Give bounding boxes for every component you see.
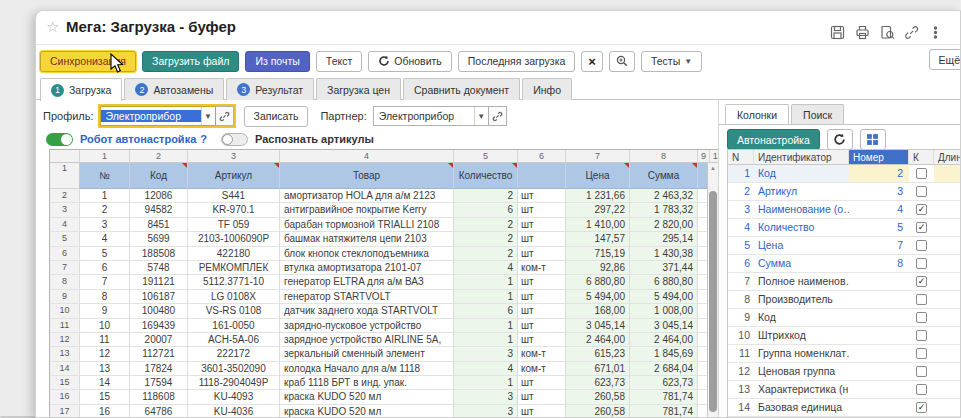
grid-row-number[interactable]: 9 bbox=[50, 290, 80, 304]
grid-cell[interactable]: 118608 bbox=[130, 390, 188, 404]
grid-cell[interactable]: 5112.3771-10 bbox=[188, 275, 280, 289]
grid-cell[interactable]: 3 bbox=[80, 218, 130, 232]
grid-row[interactable]: 5456992103-1006090Рбашмак натяжителя цеп… bbox=[50, 232, 718, 246]
grid-cell[interactable]: 169439 bbox=[130, 319, 188, 333]
grid-cell[interactable]: TF 059 bbox=[188, 218, 280, 232]
grid-cell[interactable]: 371,44 bbox=[630, 261, 698, 275]
grid-cell[interactable]: 1 bbox=[454, 376, 518, 390]
grid-cell[interactable]: шт bbox=[518, 247, 566, 261]
panel-cell-length[interactable] bbox=[934, 183, 961, 201]
grid-cell[interactable]: 161-0050 bbox=[188, 319, 280, 333]
grid-vertical-scrollbar[interactable]: ▲ bbox=[707, 163, 718, 418]
grid-row-number[interactable]: 16 bbox=[50, 390, 80, 404]
grid-row[interactable]: 765748РЕМКОМПЛЕКвтулка амортизатора 2101… bbox=[50, 261, 718, 275]
grid-cell[interactable]: 1 bbox=[454, 333, 518, 347]
grid-col-number[interactable]: 3 bbox=[188, 150, 280, 163]
grid-cell[interactable]: 2 bbox=[454, 247, 518, 261]
grid-col-number[interactable]: 9 bbox=[698, 150, 710, 163]
grid-cell[interactable]: 20007 bbox=[130, 333, 188, 347]
scrollbar-thumb[interactable] bbox=[709, 191, 717, 412]
grid-row-number[interactable]: 14 bbox=[50, 362, 80, 376]
grid-cell[interactable]: 1 783,32 bbox=[630, 203, 698, 217]
panel-cell-length[interactable] bbox=[934, 273, 961, 291]
panel-cell-number[interactable]: 8 bbox=[849, 255, 909, 273]
grid-cell[interactable]: KU-4093 bbox=[188, 390, 280, 404]
grid-cell[interactable]: втулка амортизатора 2101-07 bbox=[280, 261, 454, 275]
panel-cell-n[interactable]: 8 bbox=[728, 291, 754, 309]
grid-cell[interactable]: шт bbox=[518, 232, 566, 246]
tab-avtozameny[interactable]: 2 Автозамены bbox=[124, 78, 224, 100]
panel-row[interactable]: 11Группа номенклат… bbox=[728, 345, 961, 363]
sync-button[interactable]: Синхронизация bbox=[40, 51, 136, 72]
grid-cell[interactable]: 8 bbox=[80, 290, 130, 304]
grid-row[interactable]: 3294582KR-970.1антигравийное покрытие Ke… bbox=[50, 203, 718, 217]
panel-cell-number[interactable] bbox=[849, 345, 909, 363]
grid-cell[interactable]: 3 045,14 bbox=[566, 319, 630, 333]
grid-cell[interactable]: 4 bbox=[454, 362, 518, 376]
panel-row[interactable]: 4Количество5✓ bbox=[728, 219, 961, 237]
panel-header-cell[interactable]: N bbox=[728, 150, 754, 165]
panel-cell-identifier[interactable]: Штрихкод bbox=[754, 327, 849, 345]
grid-cell[interactable]: шт bbox=[518, 319, 566, 333]
grid-cell[interactable]: 1118-2904049Р bbox=[188, 376, 280, 390]
grid-cell[interactable]: амортизатор HOLA для а/м 2123 bbox=[280, 189, 454, 203]
grid-cell[interactable]: 2103-1006090Р bbox=[188, 232, 280, 246]
load-file-button[interactable]: Загрузить файл bbox=[142, 51, 239, 72]
panel-cell-n[interactable]: 9 bbox=[728, 309, 754, 327]
grid-row-number[interactable]: 17 bbox=[50, 405, 80, 418]
grid-cell[interactable]: 3 bbox=[454, 347, 518, 361]
panel-cell-number[interactable] bbox=[849, 363, 909, 381]
print-icon[interactable] bbox=[855, 25, 871, 41]
preview-icon[interactable] bbox=[880, 25, 896, 41]
tab-rezultat[interactable]: 3 Результат bbox=[226, 78, 314, 100]
panel-row[interactable]: 1Код2 bbox=[728, 165, 961, 183]
panel-cell-number[interactable]: 7 bbox=[849, 237, 909, 255]
panel-cell-number[interactable]: 4 bbox=[849, 201, 909, 219]
panel-cell-n[interactable]: 11 bbox=[728, 345, 754, 363]
checkbox[interactable] bbox=[916, 294, 927, 305]
grid-cell[interactable]: шт bbox=[518, 290, 566, 304]
panel-header-cell[interactable]: Длин bbox=[934, 150, 961, 165]
grid-cell[interactable]: краска KUDO 520 мл bbox=[280, 390, 454, 404]
panel-cell-identifier[interactable]: Цена bbox=[754, 237, 849, 255]
grid-cell[interactable]: зарядное устройство AIRLINE 5A, bbox=[280, 333, 454, 347]
grid-cell[interactable]: 781,74 bbox=[630, 405, 698, 418]
grid-row-number[interactable]: 13 bbox=[50, 347, 80, 361]
grid-cell[interactable]: 623,73 bbox=[630, 376, 698, 390]
grid-col-number[interactable]: 6 bbox=[518, 150, 566, 163]
grid-cell[interactable]: шт bbox=[518, 275, 566, 289]
grid-cell[interactable]: башмак натяжителя цепи 2103 bbox=[280, 232, 454, 246]
grid-corner[interactable] bbox=[50, 150, 80, 163]
grid-cell[interactable]: 615,23 bbox=[566, 347, 630, 361]
grid-col-number[interactable]: 5 bbox=[454, 150, 518, 163]
last-load-button[interactable]: Последняя загрузка bbox=[458, 51, 576, 72]
grid-cell[interactable]: 1 845,69 bbox=[630, 347, 698, 361]
grid-header-cell[interactable]: Цена bbox=[566, 163, 630, 189]
panel-cell-identifier[interactable]: Группа номенклат… bbox=[754, 345, 849, 363]
grid-cell[interactable]: 1 008,00 bbox=[630, 304, 698, 318]
panel-refresh-button[interactable] bbox=[827, 129, 853, 150]
grid-cell[interactable]: 1 bbox=[80, 189, 130, 203]
grid-cell[interactable]: генератор STARTVOLT bbox=[280, 290, 454, 304]
panel-cell-length[interactable] bbox=[934, 327, 961, 345]
grid-cell[interactable]: 100480 bbox=[130, 304, 188, 318]
grid-cell[interactable]: 5 494,00 bbox=[566, 290, 630, 304]
panel-cell-number[interactable] bbox=[849, 309, 909, 327]
panel-cell-length[interactable] bbox=[934, 381, 961, 399]
panel-cell-n[interactable]: 3 bbox=[728, 201, 754, 219]
zoom-button[interactable] bbox=[609, 51, 635, 72]
panel-cell-number[interactable] bbox=[849, 291, 909, 309]
grid-row[interactable]: 171664786KU-4036краска KUDO 520 мл3шт260… bbox=[50, 405, 718, 418]
grid-cell[interactable]: 1 bbox=[454, 319, 518, 333]
checkbox[interactable]: ✓ bbox=[916, 204, 927, 215]
grid-cell[interactable]: РЕМКОМПЛЕК bbox=[188, 261, 280, 275]
panel-cell-identifier[interactable]: Характеристика (н… bbox=[754, 381, 849, 399]
grid-row-number[interactable]: 6 bbox=[50, 247, 80, 261]
panel-table-view-button[interactable] bbox=[860, 129, 886, 150]
grid-cell[interactable]: 4 bbox=[80, 232, 130, 246]
panel-cell-identifier[interactable]: Полное наименов… bbox=[754, 273, 849, 291]
tab-zagruzka[interactable]: 1 Загрузка bbox=[40, 78, 122, 101]
grid-row-number[interactable]: 3 bbox=[50, 203, 80, 217]
panel-cell-length[interactable] bbox=[934, 399, 961, 417]
grid-row[interactable]: 2112086S441амортизатор HOLA для а/м 2123… bbox=[50, 189, 718, 203]
